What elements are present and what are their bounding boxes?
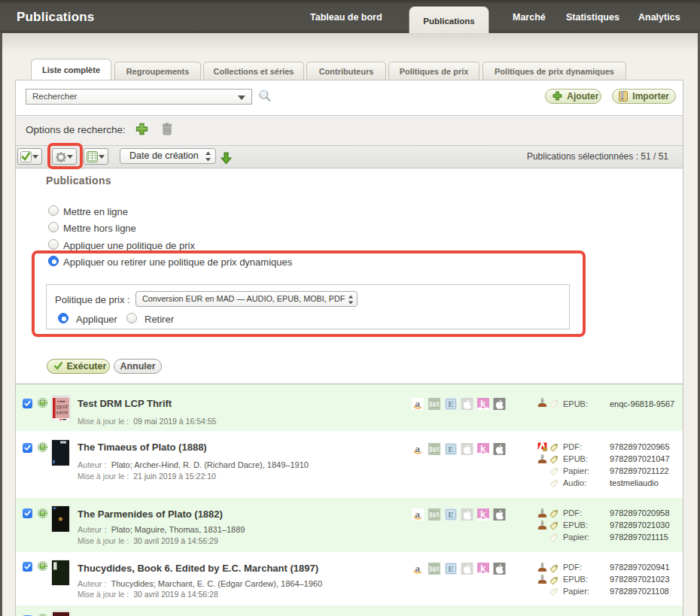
svg-text:TEST: TEST — [56, 404, 68, 410]
svg-text:EPUB: EPUB — [56, 410, 68, 415]
